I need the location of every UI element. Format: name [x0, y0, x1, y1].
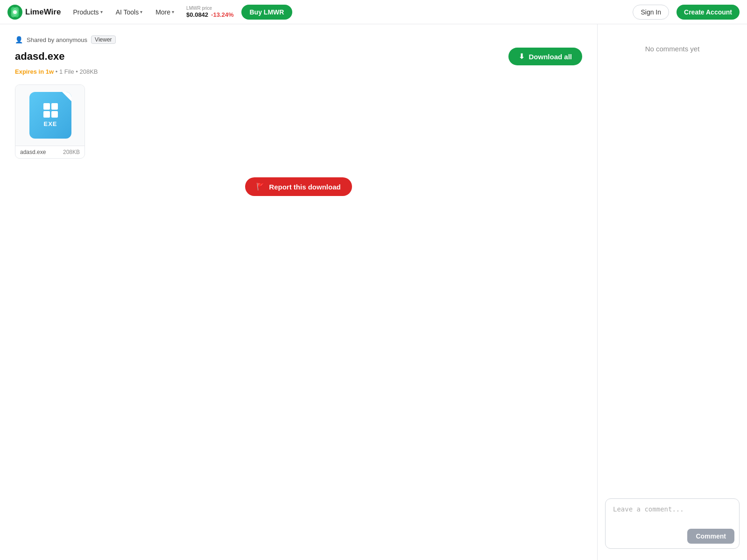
signin-button[interactable]: Sign In: [633, 5, 669, 20]
exe-file-icon: EXE: [29, 92, 71, 139]
file-count: 1 File: [59, 68, 74, 75]
content-area: 👤 Shared by anonymous Viewer adasd.exe ⬇…: [0, 24, 598, 560]
create-account-button[interactable]: Create Account: [677, 5, 740, 20]
chevron-down-icon: ▾: [172, 9, 174, 14]
download-icon: ⬇: [519, 52, 525, 61]
logo-icon: [7, 5, 22, 20]
nav-more[interactable]: More ▾: [151, 6, 179, 19]
windows-logo-icon: [43, 103, 58, 118]
comment-input-area: Comment: [605, 498, 740, 549]
file-size: 208KB: [79, 68, 98, 75]
file-preview: EXE: [15, 85, 85, 146]
download-all-button[interactable]: ⬇ Download all: [508, 48, 582, 65]
shared-by-label: Shared by anonymous: [27, 36, 87, 43]
report-download-button[interactable]: 🚩 Report this download: [245, 177, 352, 196]
file-title: adasd.exe: [15, 50, 64, 63]
nav-ai-tools[interactable]: AI Tools ▾: [111, 6, 148, 19]
file-card-name: adasd.exe: [20, 149, 46, 155]
user-icon: 👤: [15, 36, 23, 43]
chevron-down-icon: ▾: [100, 9, 103, 14]
logo-text: LimeWire: [25, 7, 61, 17]
shared-by-row: 👤 Shared by anonymous Viewer: [15, 35, 582, 44]
svg-point-3: [13, 10, 17, 14]
expires-label: Expires in 1w: [15, 68, 54, 75]
viewer-badge: Viewer: [91, 35, 115, 44]
flag-icon: 🚩: [256, 182, 265, 191]
report-row: 🚩 Report this download: [15, 177, 582, 196]
nav-products[interactable]: Products ▾: [68, 6, 107, 19]
file-card[interactable]: EXE adasd.exe 208KB: [15, 84, 85, 159]
buy-lmwr-button[interactable]: Buy LMWR: [241, 5, 293, 20]
file-meta: Expires in 1w • 1 File • 208KB: [15, 68, 582, 75]
file-card-footer: adasd.exe 208KB: [15, 146, 85, 158]
file-title-row: adasd.exe ⬇ Download all: [15, 48, 582, 65]
sidebar: No comments yet Comment: [598, 24, 747, 560]
navbar: LimeWire Products ▾ AI Tools ▾ More ▾ LM…: [0, 0, 747, 24]
no-comments-text: No comments yet: [605, 45, 740, 498]
chevron-down-icon: ▾: [140, 9, 142, 14]
comment-button[interactable]: Comment: [687, 529, 734, 544]
logo-link[interactable]: LimeWire: [7, 5, 61, 20]
lmwr-price-display: LMWR price $0.0842 -13.24%: [186, 6, 233, 19]
file-card-size: 208KB: [63, 149, 80, 155]
page-layout: 👤 Shared by anonymous Viewer adasd.exe ⬇…: [0, 24, 747, 560]
comment-input[interactable]: [606, 499, 739, 527]
